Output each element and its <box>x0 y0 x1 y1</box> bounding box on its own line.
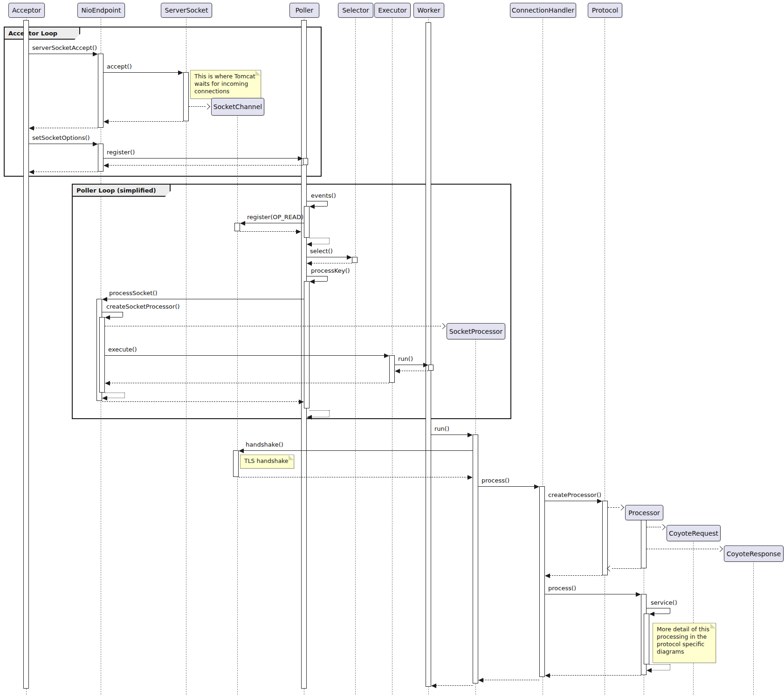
message-line <box>483 680 539 680</box>
message-line <box>550 675 641 676</box>
self-message-bottom <box>314 281 327 282</box>
message-label: register(OP_READ) <box>247 213 303 221</box>
arrowhead <box>105 315 110 320</box>
message-label: process() <box>481 476 509 484</box>
self-message-bottom <box>311 244 329 244</box>
arrowhead <box>103 119 109 124</box>
self-message-side <box>327 201 328 206</box>
message-line <box>431 435 468 435</box>
activation-socketchannel-handshake <box>233 450 239 477</box>
message-line <box>646 549 718 549</box>
frame-label: Acceptor Loop <box>4 27 80 40</box>
arrowhead <box>545 573 550 578</box>
message-line <box>108 165 303 166</box>
arrowhead <box>240 221 245 226</box>
arrowhead <box>298 156 303 161</box>
activation-worker-run-stub <box>428 365 433 371</box>
self-message-bottom <box>110 317 123 317</box>
message-label: setSocketOptions() <box>32 134 90 142</box>
self-message-bottom <box>314 206 327 207</box>
note: TLS handshake <box>240 455 294 469</box>
arrowhead <box>597 499 602 504</box>
message-line <box>646 527 661 527</box>
arrowhead <box>649 612 654 616</box>
message-line <box>29 144 93 144</box>
message-label: register() <box>107 148 135 156</box>
activation-connectionhandler-process <box>539 486 545 677</box>
activation-poller-register-stub <box>303 158 308 165</box>
participant-socketchannel: SocketChannel <box>211 98 264 116</box>
participant-worker: Worker <box>413 3 444 18</box>
note-text: More detail of this <box>657 626 712 633</box>
arrowhead <box>468 433 473 437</box>
activation-poller-processkey <box>304 281 309 408</box>
arrowhead <box>431 683 436 688</box>
activation-processor-service <box>644 614 649 664</box>
message-line <box>102 401 299 402</box>
arrowhead <box>93 52 98 56</box>
arrowhead <box>395 369 400 373</box>
participant-poller: Poller <box>289 3 319 18</box>
arrowhead <box>534 484 539 489</box>
self-message-top <box>646 608 670 608</box>
open-arrowhead <box>717 546 723 552</box>
message-line <box>478 486 535 487</box>
open-arrowhead <box>660 524 666 530</box>
note-text: connections <box>194 88 257 95</box>
activation-processor-create <box>641 519 646 568</box>
message-line <box>110 383 389 383</box>
lifeline-protocol <box>605 17 605 695</box>
message-line <box>108 121 183 122</box>
message-line <box>103 158 298 159</box>
note-text: diagrams <box>657 648 712 656</box>
self-message-top <box>102 312 123 312</box>
activation-serversocket-accept <box>183 72 189 121</box>
participant-executor: Executor <box>374 3 411 18</box>
arrowhead <box>105 381 110 386</box>
self-message-label: events() <box>311 192 336 200</box>
message-label: run() <box>434 425 449 433</box>
arrowhead <box>478 678 483 683</box>
arrowhead <box>178 70 183 75</box>
message-line <box>612 568 641 569</box>
arrowhead <box>307 415 312 420</box>
activation-acceptor-main <box>23 20 29 689</box>
self-message-bottom <box>107 398 124 398</box>
participant-connectionhandler: ConnectionHandler <box>510 3 576 18</box>
activation-socketprocessor-run <box>473 435 478 683</box>
activation-socketchannel-register <box>234 223 240 231</box>
participant-acceptor: Acceptor <box>8 3 45 18</box>
arrowhead <box>29 126 34 131</box>
self-message-side <box>670 608 670 614</box>
activation-nioendpoint-setopts <box>98 144 103 172</box>
arrowhead <box>423 363 428 367</box>
self-message-top <box>309 410 329 411</box>
activation-nioendpoint-createsp <box>99 317 105 393</box>
arrowhead <box>468 475 473 480</box>
self-message-label: createSocketProcessor() <box>106 303 180 311</box>
participant-coyoteresponse: CoyoteResponse <box>724 545 784 562</box>
arrowhead <box>93 142 98 146</box>
arrowhead <box>299 400 304 404</box>
participant-selector: Selector <box>338 3 373 18</box>
self-message-top <box>307 276 327 276</box>
self-message-bottom <box>651 670 670 670</box>
arrowhead <box>307 242 312 247</box>
participant-coyoterequest: CoyoteRequest <box>667 525 721 541</box>
self-message-label: service() <box>651 599 677 607</box>
message-label: serverSocketAccept() <box>32 44 97 52</box>
message-line <box>311 263 352 263</box>
lifeline-coyoterequest <box>693 540 694 695</box>
note-text: protocol specific <box>657 641 712 648</box>
activation-executor-execute <box>389 355 395 383</box>
arrowhead <box>347 255 352 260</box>
self-message-side <box>124 393 125 398</box>
message-line <box>545 594 636 594</box>
activation-poller-events <box>304 206 309 238</box>
message-label: accept() <box>107 62 132 70</box>
lifeline-coyoteresponse <box>753 561 754 695</box>
arrowhead <box>309 204 315 209</box>
message-line <box>105 355 385 356</box>
message-label: processSocket() <box>109 289 158 297</box>
arrowhead <box>646 668 652 673</box>
